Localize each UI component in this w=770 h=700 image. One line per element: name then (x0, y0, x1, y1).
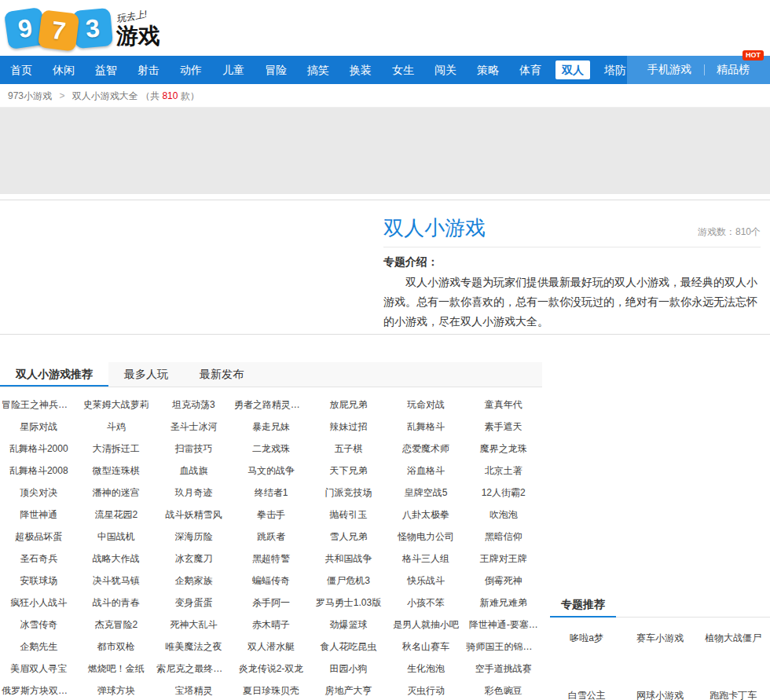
nav-item[interactable]: 策略 (467, 56, 509, 84)
game-link[interactable]: 北京土著 (464, 460, 542, 482)
game-link[interactable]: 安联球场 (0, 570, 78, 592)
game-link[interactable]: 圣斗士冰河 (155, 416, 233, 438)
game-link[interactable]: 双人潜水艇 (233, 636, 310, 658)
game-link[interactable]: 天下兄弟 (310, 460, 387, 482)
game-link[interactable]: 12人街霸2 (464, 482, 542, 504)
game-link[interactable]: 抛砖引玉 (310, 504, 387, 526)
game-link[interactable]: 勇者之路精灵物… (233, 394, 310, 416)
nav-item[interactable]: 射击 (127, 56, 170, 84)
game-link[interactable]: 圣石奇兵 (0, 548, 78, 570)
game-link[interactable]: 战略大作战 (78, 548, 156, 570)
game-link[interactable]: 吹泡泡 (464, 504, 542, 526)
game-link[interactable]: 蝙蝠传奇 (233, 570, 310, 592)
game-link[interactable]: 浴血格斗 (387, 460, 465, 482)
game-link[interactable]: 星际对战 (0, 416, 78, 438)
game-link[interactable]: 死神大乱斗 (155, 614, 233, 636)
game-link[interactable]: 美眉双人寻宝 (0, 658, 78, 680)
game-link[interactable]: 潘神的迷宫 (78, 482, 156, 504)
game-link[interactable]: 索尼克之最终决斗 (155, 658, 233, 680)
game-link[interactable]: 僵尸危机3 (310, 570, 387, 592)
game-link[interactable]: 战斗妖精雪风 (155, 504, 233, 526)
game-link[interactable]: 疯狂小人战斗 (0, 592, 78, 614)
nav-item[interactable]: 首页 (0, 56, 42, 84)
game-link[interactable]: 杀手阿一 (233, 592, 310, 614)
game-link[interactable]: 都市双枪 (78, 636, 156, 658)
topic-link[interactable]: 白雪公主 (550, 678, 623, 700)
game-link[interactable]: 炎龙传说2-双龙 (233, 658, 310, 680)
nav-item[interactable]: 闯关 (424, 56, 467, 84)
game-link[interactable]: 雪人兄弟 (310, 526, 387, 548)
game-link[interactable]: 倒霉死神 (464, 570, 542, 592)
game-link[interactable]: 玩命对战 (387, 394, 465, 416)
topic-link[interactable]: 哆啦a梦 (550, 621, 623, 678)
tab[interactable]: 双人小游戏推荐 (0, 362, 108, 387)
game-link[interactable]: 血战旗 (155, 460, 233, 482)
game-link[interactable]: 彩色豌豆 (464, 680, 542, 700)
page-title[interactable]: 双人小游戏 (383, 214, 486, 242)
game-link[interactable]: 皇牌空战5 (387, 482, 465, 504)
game-link[interactable]: 罗马勇士1.03版 (310, 592, 387, 614)
game-link[interactable]: 俄罗斯方块双人版 (0, 680, 78, 700)
nav-item[interactable]: 搞笑 (297, 56, 339, 84)
tab[interactable]: 最新发布 (184, 362, 259, 387)
nav-item[interactable]: 女生 (382, 56, 424, 84)
game-link[interactable]: 赤木晴子 (233, 614, 310, 636)
game-link[interactable]: 弹球方块 (78, 680, 156, 700)
topic-link[interactable]: 跑跑卡丁车 (697, 678, 770, 700)
game-link[interactable]: 坦克动荡3 (155, 394, 233, 416)
game-link[interactable]: 变身蛋蛋 (155, 592, 233, 614)
game-link[interactable]: 恋爱魔术师 (387, 438, 465, 460)
game-link[interactable]: 辣妹过招 (310, 416, 387, 438)
game-link[interactable]: 骑师国王的锦标赛 (464, 636, 542, 658)
nav-item[interactable]: 体育 (509, 56, 552, 84)
nav-item[interactable]: 休闲 (42, 56, 85, 84)
game-link[interactable]: 斗鸡 (78, 416, 156, 438)
game-link[interactable]: 企鹅先生 (0, 636, 78, 658)
game-link[interactable]: 新难兄难弟 (464, 592, 542, 614)
game-link[interactable]: 降世神通 (0, 504, 78, 526)
game-link[interactable]: 童真年代 (464, 394, 542, 416)
game-link[interactable]: 暴走兄妹 (233, 416, 310, 438)
game-link[interactable]: 战斗的青春 (78, 592, 156, 614)
game-link[interactable]: 冰玄魔刀 (155, 548, 233, 570)
game-link[interactable]: 二龙戏珠 (233, 438, 310, 460)
game-link[interactable]: 降世神通-要塞… (464, 614, 542, 636)
game-link[interactable]: 扫雷技巧 (155, 438, 233, 460)
game-link[interactable]: 杰克冒险2 (78, 614, 156, 636)
game-link[interactable]: 冒险王之神兵传… (0, 394, 78, 416)
game-link[interactable]: 唯美魔法之夜 (155, 636, 233, 658)
game-link[interactable]: 生化泡泡 (387, 658, 465, 680)
game-link[interactable]: 食人花吃昆虫 (310, 636, 387, 658)
game-link[interactable]: 素手遮天 (464, 416, 542, 438)
game-link[interactable]: 劲爆篮球 (310, 614, 387, 636)
tab[interactable]: 最多人玩 (108, 362, 184, 387)
game-link[interactable]: 秋名山赛车 (387, 636, 465, 658)
game-link[interactable]: 八卦太极拳 (387, 504, 465, 526)
game-link[interactable]: 中国战机 (78, 526, 156, 548)
game-link[interactable]: 夏日珍珠贝壳 (233, 680, 310, 700)
nav-item[interactable]: 换装 (339, 56, 382, 84)
game-link[interactable]: 灭虫行动 (387, 680, 465, 700)
game-link[interactable]: 门派竞技场 (310, 482, 387, 504)
game-link[interactable]: 是男人就抽小吧 (387, 614, 465, 636)
game-link[interactable]: 企鹅家族 (155, 570, 233, 592)
game-link[interactable]: 五子棋 (310, 438, 387, 460)
game-link[interactable]: 空手道挑战赛 (464, 658, 542, 680)
game-link[interactable]: 史莱姆大战萝莉 (78, 394, 156, 416)
nav-right-item[interactable]: 手机游戏 (635, 63, 704, 77)
game-link[interactable]: 黑超特警 (233, 548, 310, 570)
nav-item[interactable]: 动作 (170, 56, 212, 84)
game-link[interactable]: 放屁兄弟 (310, 394, 387, 416)
game-link[interactable]: 小孩不笨 (387, 592, 465, 614)
game-link[interactable]: 微型连珠棋 (78, 460, 156, 482)
game-link[interactable]: 王牌对王牌 (464, 548, 542, 570)
game-link[interactable]: 流星花园2 (78, 504, 156, 526)
game-link[interactable]: 乱舞格斗2000 (0, 438, 78, 460)
topic-link[interactable]: 植物大战僵尸 (697, 621, 770, 678)
game-link[interactable]: 超极品坏蛋 (0, 526, 78, 548)
nav-item[interactable]: 双人 (556, 60, 590, 79)
game-link[interactable]: 大清拆迁工 (78, 438, 156, 460)
site-logo[interactable]: 9 7 3 玩去上! 游戏 (6, 9, 160, 47)
game-link[interactable]: 冰雪传奇 (0, 614, 78, 636)
game-link[interactable]: 顶尖对决 (0, 482, 78, 504)
